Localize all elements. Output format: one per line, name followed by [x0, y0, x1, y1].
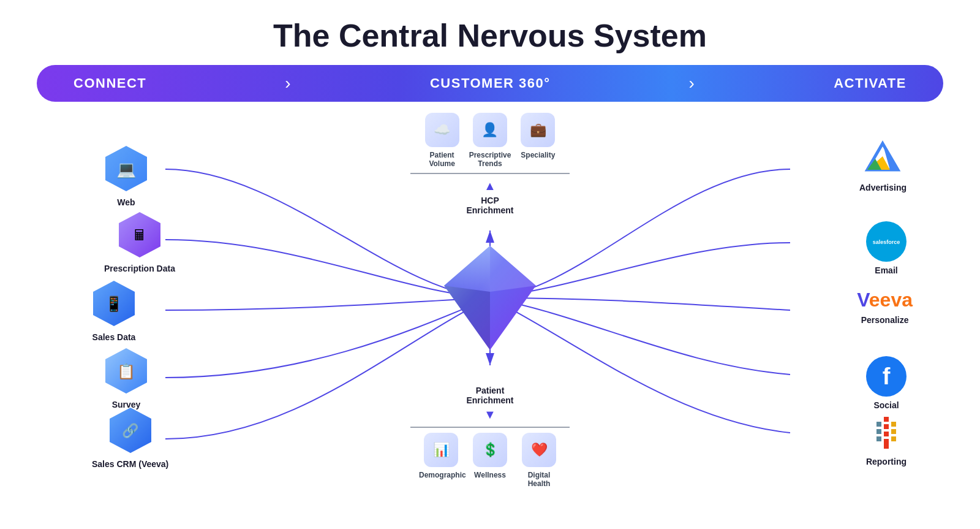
- chevron-2: ›: [688, 74, 695, 93]
- wellness-label: Wellness: [474, 471, 506, 479]
- prescription-hex: 🖩: [118, 211, 162, 260]
- social-label: Social: [873, 400, 899, 410]
- survey-icon: 📋: [117, 363, 135, 380]
- advertising-item: Advertising: [859, 139, 907, 192]
- svg-rect-24: [884, 432, 889, 436]
- speciality-icon: 💼: [521, 113, 555, 147]
- social-item: f Social: [866, 356, 907, 410]
- patient-divider: [410, 427, 570, 428]
- personalize-label: Personalize: [861, 315, 909, 325]
- svg-marker-10: [490, 246, 536, 292]
- web-icon: 💻: [116, 160, 136, 179]
- svg-text:salesforce: salesforce: [873, 239, 900, 245]
- prescription-icon: 🖩: [132, 227, 147, 244]
- hcp-enrichment-label: HCPEnrichment: [466, 196, 513, 215]
- advertising-icon: [862, 139, 903, 179]
- survey-item: 📋 Survey: [104, 347, 148, 409]
- prescriptive-trends-label: PrescriptiveTrends: [469, 151, 511, 168]
- advertising-label: Advertising: [859, 183, 907, 192]
- customer360-label: CUSTOMER 360°: [430, 75, 551, 91]
- facebook-logo: f: [866, 356, 907, 397]
- prescriptive-trends-icon: 👤: [473, 113, 507, 147]
- demographic-icon: 📊: [424, 433, 458, 467]
- reporting-label: Reporting: [866, 457, 907, 466]
- sales-data-label: Sales Data: [92, 332, 136, 342]
- veeva-logo: Veeva: [857, 289, 913, 311]
- reporting-logo: [866, 413, 907, 453]
- salesforce-logo: salesforce: [866, 221, 907, 262]
- hcp-enrichment: ☁️ PatientVolume 👤 PrescriptiveTrends 💼 …: [410, 113, 570, 215]
- patient-volume-icon: ☁️: [425, 113, 459, 147]
- connect-label: CONNECT: [74, 75, 146, 91]
- prescriptive-trends-card: 👤 PrescriptiveTrends: [469, 113, 511, 168]
- speciality-card: 💼 Speciality: [521, 113, 555, 168]
- digital-health-card: ❤️ Digital Health: [517, 433, 561, 488]
- sales-crm-icon: 🔗: [122, 423, 138, 439]
- banner-connect: CONNECT: [74, 75, 146, 91]
- svg-rect-27: [884, 439, 889, 444]
- digital-health-label: Digital Health: [517, 471, 561, 488]
- digital-health-icon: ❤️: [522, 433, 556, 467]
- hcp-divider: [410, 173, 570, 174]
- demographic-card: 📊 Demographic: [419, 433, 463, 488]
- svg-rect-25: [891, 436, 896, 441]
- sales-data-item: 📱 Sales Data: [92, 280, 136, 342]
- survey-hex: 📋: [104, 347, 148, 396]
- page-title: The Central Nervous System: [0, 0, 980, 65]
- hcp-cards: ☁️ PatientVolume 👤 PrescriptiveTrends 💼 …: [425, 113, 556, 168]
- patient-arrow: ▼: [484, 408, 496, 422]
- svg-rect-19: [891, 422, 896, 427]
- speciality-label: Speciality: [521, 151, 555, 159]
- patient-volume-label: PatientVolume: [429, 151, 454, 168]
- sales-crm-item: 🔗 Sales CRM (Veeva): [92, 406, 168, 469]
- patient-volume-card: ☁️ PatientVolume: [425, 113, 459, 168]
- activate-label: ACTIVATE: [834, 75, 907, 91]
- web-item: 💻 Web: [104, 145, 148, 207]
- web-label: Web: [117, 197, 135, 207]
- wellness-icon: 💲: [473, 433, 507, 467]
- svg-rect-28: [884, 444, 889, 449]
- svg-marker-11: [444, 286, 490, 350]
- sales-data-icon: 📱: [105, 295, 123, 313]
- svg-rect-23: [876, 429, 881, 434]
- wellness-card: 💲 Wellness: [473, 433, 507, 488]
- svg-rect-21: [884, 424, 889, 429]
- web-hex: 💻: [104, 145, 148, 194]
- banner: CONNECT › CUSTOMER 360° › ACTIVATE: [37, 65, 943, 102]
- sales-crm-label: Sales CRM (Veeva): [92, 459, 168, 469]
- patient-enrichment: PatientEnrichment ▼ 📊 Demographic 💲 Well…: [410, 386, 570, 488]
- patient-enrichment-label: PatientEnrichment: [466, 386, 513, 405]
- banner-customer360: CUSTOMER 360°: [430, 75, 551, 91]
- svg-marker-9: [444, 246, 490, 292]
- prescription-item: 🖩 Prescription Data: [104, 211, 175, 273]
- email-label: Email: [875, 265, 897, 275]
- banner-activate: ACTIVATE: [834, 75, 907, 91]
- reporting-item: Reporting: [866, 413, 907, 466]
- personalize-item: Veeva Personalize: [857, 289, 913, 325]
- demographic-label: Demographic: [419, 471, 463, 479]
- prescription-label: Prescription Data: [104, 264, 175, 273]
- sales-crm-hex: 🔗: [108, 406, 153, 455]
- sales-data-hex: 📱: [92, 280, 136, 329]
- hcp-arrow: ▲: [484, 179, 496, 193]
- patient-cards: 📊 Demographic 💲 Wellness ❤️ Digital Heal…: [419, 433, 561, 488]
- center-diamond: [441, 243, 539, 353]
- svg-rect-22: [891, 429, 896, 434]
- chevron-1: ›: [285, 74, 292, 93]
- svg-rect-18: [884, 417, 889, 422]
- email-item: salesforce Email: [866, 221, 907, 275]
- diagram: 💻 Web 🖩 Prescription Data: [37, 108, 943, 488]
- svg-rect-26: [876, 436, 881, 441]
- svg-rect-20: [876, 422, 881, 427]
